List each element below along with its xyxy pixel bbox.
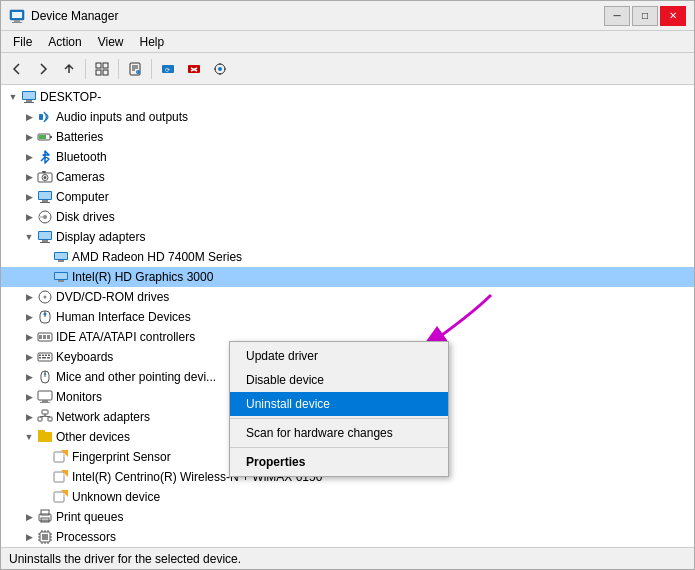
svg-rect-85 [38, 430, 45, 433]
ctx-properties[interactable]: Properties [230, 450, 448, 474]
show-hidden-button[interactable] [90, 57, 114, 81]
minimize-button[interactable]: ─ [604, 6, 630, 26]
uninstall-button[interactable] [182, 57, 206, 81]
expand-processors[interactable]: ▶ [21, 529, 37, 545]
expand-desktop[interactable]: ▼ [5, 89, 21, 105]
tree-item-desktop[interactable]: ▼ DESKTOP- [1, 87, 694, 107]
expand-dvd[interactable]: ▶ [21, 289, 37, 305]
svg-rect-76 [42, 400, 48, 402]
toolbar-separator-1 [85, 59, 86, 79]
label-unknown: Unknown device [72, 490, 160, 504]
label-network: Network adapters [56, 410, 150, 424]
tree-item-audio[interactable]: ▶ Audio inputs and outputs [1, 107, 694, 127]
expand-displayadapters[interactable]: ▼ [21, 229, 37, 245]
icon-network [37, 409, 53, 425]
tree-item-unknown[interactable]: ▶ ! Unknown device [1, 487, 694, 507]
svg-rect-61 [39, 335, 42, 339]
properties-button[interactable]: i [123, 57, 147, 81]
ctx-uninstall-device[interactable]: Uninstall device [230, 392, 448, 416]
tree-item-intel-hd[interactable]: ▶ Intel(R) HD Graphics 3000 [1, 267, 694, 287]
scan-button[interactable] [208, 57, 232, 81]
svg-rect-66 [42, 355, 44, 357]
back-button[interactable] [5, 57, 29, 81]
forward-button[interactable] [31, 57, 55, 81]
icon-mouse [37, 369, 53, 385]
status-text: Uninstalls the driver for the selected d… [9, 552, 241, 566]
menu-view[interactable]: View [90, 33, 132, 51]
icon-computer2 [37, 189, 53, 205]
expand-audio[interactable]: ▶ [21, 109, 37, 125]
expand-network[interactable]: ▶ [21, 409, 37, 425]
ctx-separator-2 [230, 447, 448, 448]
svg-rect-48 [40, 242, 50, 243]
expand-ide[interactable]: ▶ [21, 329, 37, 345]
close-button[interactable]: ✕ [660, 6, 686, 26]
label-computer: Computer [56, 190, 109, 204]
ctx-update-driver[interactable]: Update driver [230, 344, 448, 368]
icon-disk [37, 209, 53, 225]
menu-action[interactable]: Action [40, 33, 89, 51]
expand-diskdrives[interactable]: ▶ [21, 209, 37, 225]
icon-batteries [37, 129, 53, 145]
icon-unknown: ! [53, 489, 69, 505]
maximize-button[interactable]: □ [632, 6, 658, 26]
svg-rect-65 [39, 355, 41, 357]
tree-item-amd[interactable]: ▶ AMD Radeon HD 7400M Series [1, 247, 694, 267]
label-printqueues: Print queues [56, 510, 123, 524]
icon-bluetooth [37, 149, 53, 165]
svg-rect-80 [48, 417, 52, 421]
ctx-scan-hardware[interactable]: Scan for hardware changes [230, 421, 448, 445]
svg-rect-1 [12, 12, 22, 18]
svg-rect-71 [47, 357, 50, 359]
tree-item-dvd[interactable]: ▶ DVD/CD-ROM drives [1, 287, 694, 307]
update-driver-button[interactable]: ⟳ [156, 57, 180, 81]
expand-monitors[interactable]: ▶ [21, 389, 37, 405]
expand-printqueues[interactable]: ▶ [21, 509, 37, 525]
label-processors: Processors [56, 530, 116, 544]
up-button[interactable] [57, 57, 81, 81]
tree-item-processors[interactable]: ▶ [1, 527, 694, 547]
label-ide: IDE ATA/ATAPI controllers [56, 330, 195, 344]
tree-item-printqueues[interactable]: ▶ Print queues [1, 507, 694, 527]
menu-file[interactable]: File [5, 33, 40, 51]
tree-item-hid[interactable]: ▶ Human Interface Devices [1, 307, 694, 327]
icon-centrino: ! [53, 469, 69, 485]
label-bluetooth: Bluetooth [56, 150, 107, 164]
svg-rect-26 [23, 92, 35, 99]
expand-keyboards[interactable]: ▶ [21, 349, 37, 365]
label-mice: Mice and other pointing devi... [56, 370, 216, 384]
expand-hid[interactable]: ▶ [21, 309, 37, 325]
tree-item-displayadapters[interactable]: ▼ Display adapters [1, 227, 694, 247]
expand-cameras[interactable]: ▶ [21, 169, 37, 185]
title-controls: ─ □ ✕ [604, 6, 686, 26]
svg-rect-50 [55, 253, 67, 259]
label-dvd: DVD/CD-ROM drives [56, 290, 169, 304]
menu-help[interactable]: Help [132, 33, 173, 51]
tree-item-batteries[interactable]: ▶ Batteries [1, 127, 694, 147]
expand-bluetooth[interactable]: ▶ [21, 149, 37, 165]
label-batteries: Batteries [56, 130, 103, 144]
tree-item-computer[interactable]: ▶ Computer [1, 187, 694, 207]
tree-item-bluetooth[interactable]: ▶ Bluetooth [1, 147, 694, 167]
expand-other[interactable]: ▼ [21, 429, 37, 445]
tree-item-cameras[interactable]: ▶ Cameras [1, 167, 694, 187]
svg-point-20 [218, 67, 222, 71]
content-area: ▼ DESKTOP- ▶ [1, 85, 694, 547]
toolbar: i ⟳ [1, 53, 694, 85]
menu-bar: File Action View Help [1, 31, 694, 53]
tree-view[interactable]: ▼ DESKTOP- ▶ [1, 85, 694, 547]
label-hid: Human Interface Devices [56, 310, 191, 324]
svg-rect-79 [38, 417, 42, 421]
svg-point-56 [44, 296, 47, 299]
tree-item-diskdrives[interactable]: ▶ Disk drives [1, 207, 694, 227]
label-displayadapters: Display adapters [56, 230, 145, 244]
expand-batteries[interactable]: ▶ [21, 129, 37, 145]
svg-rect-31 [50, 136, 52, 138]
svg-rect-2 [14, 20, 20, 22]
svg-point-43 [43, 215, 47, 219]
svg-rect-4 [96, 63, 101, 68]
ctx-disable-device[interactable]: Disable device [230, 368, 448, 392]
icon-audio [37, 109, 53, 125]
expand-mice[interactable]: ▶ [21, 369, 37, 385]
expand-computer[interactable]: ▶ [21, 189, 37, 205]
